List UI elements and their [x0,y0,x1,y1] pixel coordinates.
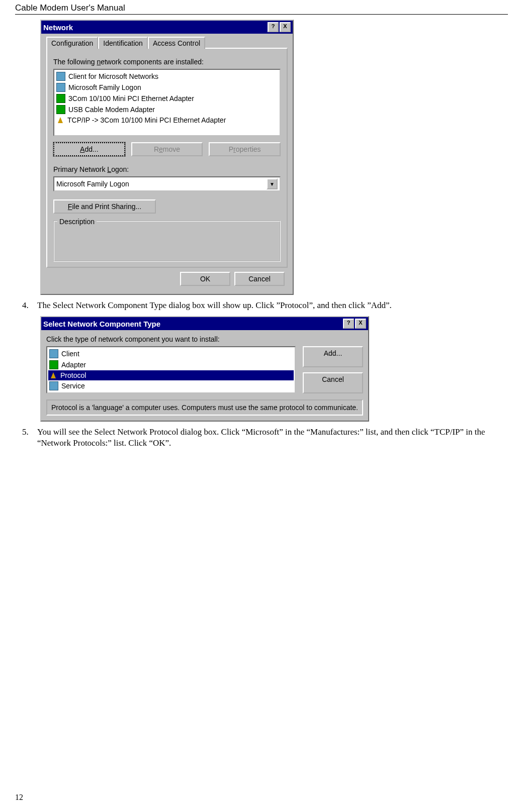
list-item-label: Protocol [60,371,86,379]
add-button[interactable]: Add... [303,346,363,367]
page-header: Cable Modem User's Manual [15,0,508,15]
step-number: 5. [22,427,37,449]
help-icon[interactable]: ? [268,22,279,32]
computer-icon [49,349,58,358]
ok-button[interactable]: OK [180,272,230,286]
protocol-icon [58,117,63,123]
component-type-dialog: Select Network Component Type ? X Click … [40,316,369,422]
protocol-icon [51,372,56,378]
step-number: 4. [22,300,37,311]
list-item[interactable]: Client for Microsoft Networks [55,71,279,82]
network-dialog: Network ? X Configuration Identification… [40,20,294,295]
component-titlebar: Select Network Component Type ? X [41,317,368,330]
list-item[interactable]: TCP/IP -> 3Com 10/100 Mini PCI Ethernet … [55,115,279,125]
description-legend: Description [57,218,97,226]
component-instruction: Click the type of network component you … [46,335,363,343]
tab-configuration[interactable]: Configuration [46,37,98,49]
cancel-button[interactable]: Cancel [303,372,363,393]
list-item-label: Service [61,382,85,390]
component-listbox[interactable]: Client Adapter Protocol Service [46,346,296,393]
list-item[interactable]: USB Cable Modem Adapter [55,104,279,115]
tab-access-control[interactable]: Access Control [148,37,205,49]
step-text: You will see the Select Network Protocol… [37,427,501,449]
close-icon[interactable]: X [355,319,366,329]
list-item[interactable]: Microsoft Family Logon [55,82,279,93]
chevron-down-icon[interactable]: ▼ [267,178,278,189]
add-button[interactable]: Add... [53,142,125,156]
list-item-label: 3Com 10/100 Mini PCI Ethernet Adapter [68,94,194,103]
list-item[interactable]: Adapter [48,359,294,370]
list-item-label: Client [61,350,79,358]
cancel-button[interactable]: Cancel [234,272,285,286]
adapter-icon [56,105,65,114]
components-listbox[interactable]: Client for Microsoft Networks Microsoft … [53,69,281,136]
page-number: 12 [15,793,23,802]
component-title: Select Network Component Type [43,320,160,328]
properties-button[interactable]: Properties [209,142,281,156]
computer-icon [56,72,65,81]
list-item-label: Microsoft Family Logon [68,83,141,91]
help-icon[interactable]: ? [343,319,354,329]
step-text: The Select Network Component Type dialog… [37,300,501,311]
primary-logon-value: Microsoft Family Logon [56,180,129,188]
list-item-label: USB Cable Modem Adapter [68,106,155,114]
list-item[interactable]: 3Com 10/100 Mini PCI Ethernet Adapter [55,93,279,104]
close-icon[interactable]: X [280,22,291,32]
adapter-icon [56,94,65,103]
computer-icon [56,83,65,92]
file-print-sharing-button[interactable]: File and Print Sharing... [53,199,156,214]
computer-icon [49,381,58,390]
primary-logon-combo[interactable]: Microsoft Family Logon ▼ [53,176,281,191]
remove-button[interactable]: Remove [131,142,203,156]
primary-logon-label: Primary Network Logon: [53,165,281,173]
description-box [59,229,275,257]
step-5: 5. You will see the Select Network Proto… [22,427,501,449]
list-item-label: Client for Microsoft Networks [68,72,158,80]
list-item[interactable]: Client [48,348,294,359]
component-hint: Protocol is a 'language' a computer uses… [46,399,363,416]
list-item-label: Adapter [61,361,86,369]
step-4: 4. The Select Network Component Type dia… [22,300,501,311]
adapter-icon [49,360,58,369]
list-item-selected[interactable]: Protocol [48,370,294,380]
network-title: Network [43,23,73,32]
list-item-label: TCP/IP -> 3Com 10/100 Mini PCI Ethernet … [67,116,226,124]
installed-components-label: The following network components are ins… [53,58,281,66]
list-item[interactable]: Service [48,380,294,391]
tab-identification[interactable]: Identification [98,37,148,49]
network-titlebar: Network ? X [41,21,293,34]
tabs: Configuration Identification Access Cont… [46,37,288,49]
